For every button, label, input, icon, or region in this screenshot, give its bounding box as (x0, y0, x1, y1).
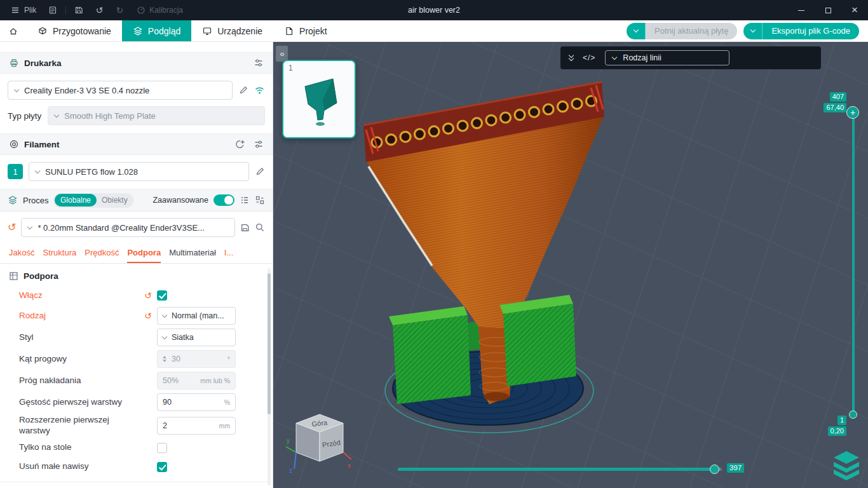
orientation-cube[interactable]: Góra Przód y z x (283, 407, 355, 484)
reset-icon[interactable] (144, 291, 157, 300)
plate-thumbnail[interactable]: 1 (282, 60, 356, 139)
scope-objects-button[interactable]: Obiekty (97, 196, 133, 205)
plate-type-value: Smooth High Temp Plate (64, 111, 156, 121)
line-type-select[interactable]: Rodzaj linii (605, 50, 729, 65)
save-preset-icon[interactable] (240, 223, 250, 233)
gcode-view-icon[interactable] (583, 53, 595, 62)
tab-jakosc[interactable]: Jakość (9, 244, 34, 263)
axis-z-label: z (289, 467, 292, 474)
setting-label: Usuń małe nawisy (19, 461, 144, 472)
setting-row-overlap-threshold: Próg nakładania 50% mm lub % (0, 370, 273, 391)
export-button-label: Eksportuj plik G-code (763, 23, 859, 39)
filament-slot-badge[interactable]: 1 (8, 164, 23, 179)
tab-urzadzenie[interactable]: Urządzenie (191, 20, 273, 41)
layer-slider-top-handle[interactable] (846, 106, 859, 119)
save-icon[interactable] (69, 0, 88, 20)
advanced-label: Zaawansowane (153, 196, 208, 205)
process-section-title: Proces (23, 196, 48, 205)
export-gcode-button[interactable]: Eksportuj plik G-code (743, 23, 859, 39)
model-3d-render[interactable] (273, 42, 868, 488)
file-menu-label: Plik (24, 6, 36, 15)
reset-icon[interactable] (144, 311, 157, 320)
setting-label: Kąt progowy (19, 354, 144, 365)
chevron-down-icon (162, 312, 167, 317)
overlap-threshold-input[interactable]: 50% mm lub % (157, 372, 236, 390)
tab-podglad[interactable]: Podgląd (122, 20, 191, 41)
slice-options-chevron[interactable] (627, 23, 646, 39)
bottom-layer-badge: 1 (837, 416, 846, 425)
edit-printer-icon[interactable] (238, 85, 248, 95)
printer-select[interactable]: Creality Ender-3 V3 SE 0.4 nozzle (8, 81, 233, 100)
minimize-button[interactable] (788, 0, 815, 20)
plate-type-row: Typ płyty Smooth High Temp Plate (0, 105, 273, 133)
reset-preset-icon[interactable] (8, 222, 16, 233)
support-panel-header: Podpora (0, 264, 273, 286)
layer-slider-track[interactable] (852, 113, 855, 414)
compare-presets-icon[interactable] (255, 195, 265, 205)
layer-slider-bottom-handle[interactable] (849, 410, 857, 419)
wifi-icon[interactable] (254, 85, 265, 95)
tab-predkosc[interactable]: Prędkość (85, 244, 119, 263)
first-layer-expansion-input[interactable]: 2 mm (157, 417, 236, 435)
raft-panel-header: Tratwa (raft) (0, 482, 273, 488)
filament-section-title: Filament (24, 140, 60, 149)
first-layer-density-input[interactable]: 90 % (157, 393, 236, 411)
step-slider-handle[interactable] (710, 464, 719, 474)
settings-sidebar: Drukarka Creality Ender-3 V3 SE 0.4 nozz… (0, 42, 273, 488)
filament-select[interactable]: SUNLU PETG flow 1.028 (29, 162, 249, 181)
close-button[interactable] (841, 0, 868, 20)
undo-icon[interactable] (90, 0, 109, 20)
support-style-select[interactable]: Siatka (157, 329, 236, 346)
calibration-button[interactable]: Kalibracja (130, 6, 189, 15)
chevron-down-icon (750, 27, 756, 32)
tab-przygotowanie[interactable]: Przygotowanie (27, 20, 122, 41)
printer-settings-icon[interactable] (254, 58, 264, 68)
stepper-arrows-icon[interactable] (163, 356, 166, 363)
titlebar: air blower ver2 Plik Kalibracja (0, 0, 868, 20)
threshold-angle-input[interactable]: 30 ° (157, 350, 236, 368)
buildplate-only-checkbox[interactable] (157, 443, 167, 453)
chevron-down-icon (612, 54, 617, 59)
export-options-chevron[interactable] (743, 23, 763, 39)
step-slider-track[interactable] (398, 468, 722, 471)
plate-type-select[interactable]: Smooth High Temp Plate (48, 106, 265, 125)
setting-label: Włącz (19, 290, 144, 301)
add-filament-icon[interactable] (235, 139, 245, 149)
preset-row: * 0.20mm Standard @Creality Ender3V3SE..… (0, 212, 273, 243)
maximize-button[interactable] (815, 0, 841, 20)
enable-support-checkbox[interactable] (157, 290, 167, 301)
setting-row-style: Styl Siatka (0, 327, 273, 348)
viewport-3d[interactable]: 1 Rodzaj linii 407 67,40 1 0,20 397 Góra… (273, 42, 868, 488)
advanced-toggle[interactable] (214, 194, 234, 206)
search-icon[interactable] (255, 222, 265, 233)
filament-section-header: Filament (0, 133, 273, 155)
tab-label: Urządzenie (217, 26, 262, 36)
chevron-down-icon (27, 224, 32, 229)
thumbnail-model-icon (296, 74, 346, 128)
tab-label: Przygotowanie (53, 26, 111, 36)
file-menu-button[interactable]: Plik (5, 0, 42, 20)
support-panel-title: Podpora (24, 271, 58, 281)
remove-small-overhangs-checkbox[interactable] (157, 462, 167, 472)
tab-inne[interactable]: I... (224, 244, 233, 263)
home-button[interactable] (0, 20, 27, 41)
edit-filament-icon[interactable] (255, 166, 265, 177)
tab-struktura[interactable]: Struktura (43, 244, 76, 263)
axis-y-label: y (287, 437, 290, 444)
filament-settings-icon[interactable] (254, 139, 264, 149)
slice-plate-button[interactable]: Potnij aktualną płytę (627, 23, 737, 39)
double-chevron-down-icon[interactable] (569, 55, 573, 60)
tab-multimaterial[interactable]: Multimateriał (169, 244, 216, 263)
tab-podpora[interactable]: Podpora (127, 244, 161, 263)
redo-icon[interactable] (110, 0, 129, 20)
scope-global-button[interactable]: Globalne (55, 194, 97, 207)
settings-list-icon[interactable] (240, 195, 250, 205)
notes-icon[interactable] (43, 0, 62, 20)
panel-scrollbar[interactable] (268, 268, 271, 485)
setting-row-threshold-angle: Kąt progowy 30 ° (0, 348, 273, 370)
scrollbar-thumb[interactable] (268, 273, 271, 414)
process-tabs: Jakość Struktura Prędkość Podpora Multim… (0, 243, 273, 264)
process-preset-select[interactable]: * 0.20mm Standard @Creality Ender3V3SE..… (21, 218, 235, 237)
support-type-select[interactable]: Normal (man... (157, 307, 236, 325)
tab-projekt[interactable]: Projekt (273, 20, 338, 41)
